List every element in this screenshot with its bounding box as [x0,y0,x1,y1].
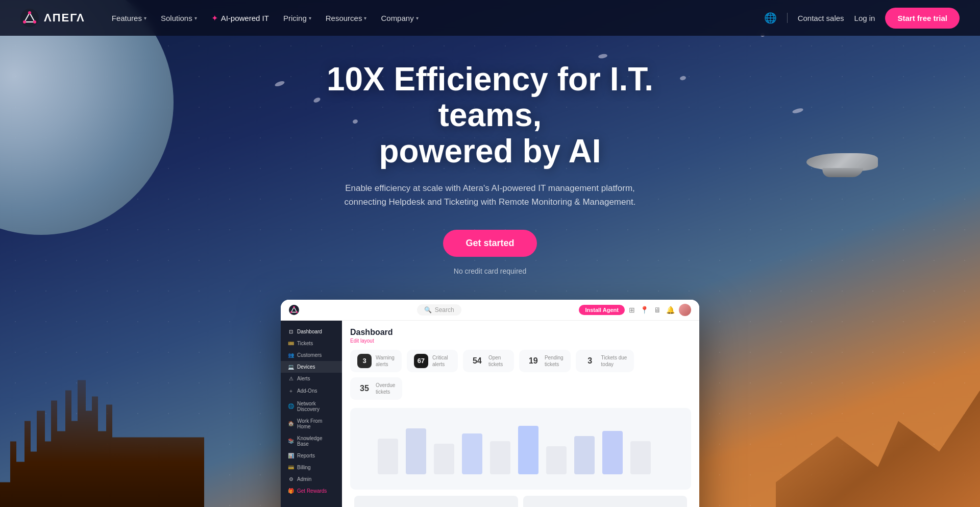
sidebar-item-devices[interactable]: 💻 Devices [281,361,342,373]
dashboard-sidebar: ⊡ Dashboard 🎫 Tickets 👥 Customers 💻 Devi… [281,321,342,507]
chevron-down-icon: ▾ [309,15,311,21]
svg-rect-12 [490,441,510,474]
reports-icon: 📊 [288,453,294,458]
no-cc-text: No credit card required [296,267,684,275]
contact-sales-link[interactable]: Contact sales [798,14,844,22]
sidebar-item-dashboard[interactable]: ⊡ Dashboard [281,326,342,337]
hero-content: 10X Efficiency for I.T. teams, powered b… [286,61,694,275]
start-trial-button[interactable]: Start free trial [885,8,960,29]
knowledge-icon: 📚 [288,438,294,444]
spaceship-decoration [806,153,888,184]
dashboard-chart [350,418,691,479]
svg-rect-17 [630,441,651,474]
hero-title: 10X Efficiency for I.T. teams, powered b… [296,61,684,169]
dashboard-sub-widget-2 [523,496,687,507]
dashboard-body: ⊡ Dashboard 🎫 Tickets 👥 Customers 💻 Devi… [281,321,699,507]
svg-rect-9 [406,428,426,474]
hero-cta-group: Get started No credit card required [296,230,684,275]
flying-ship [792,107,804,114]
svg-point-5 [293,306,295,307]
get-started-button[interactable]: Get started [443,230,536,257]
sidebar-item-billing[interactable]: 💳 Billing [281,462,342,473]
sidebar-item-addons[interactable]: ＋ Add-Ons [281,384,342,398]
city-silhouette [0,340,204,507]
monitor-icon[interactable]: 🖥 [654,306,661,314]
nav-links: Features ▾ Solutions ▾ ✦ AI-powered IT P… [106,10,425,26]
globe-icon[interactable]: 🌐 [764,12,777,24]
admin-icon: ⚙ [288,476,294,482]
stat-overdue-tickets: 35 Overdue tickets [350,377,402,400]
nav-ai[interactable]: ✦ AI-powered IT [205,10,275,26]
grid-icon[interactable]: ⊞ [629,306,635,314]
search-icon: 🔍 [424,306,432,313]
svg-point-1 [28,11,31,14]
flying-ship [274,80,285,87]
overdue-count: 35 [357,381,372,396]
bell-icon[interactable]: 🔔 [666,306,675,314]
chevron-down-icon: ▾ [416,15,419,21]
logo-text: ΛΠEΓΛ [44,11,85,25]
dashboard-bottom-row [350,496,691,507]
svg-rect-13 [518,426,538,474]
dashboard-chart-area [350,408,691,490]
login-button[interactable]: Log in [854,14,875,22]
nav-features[interactable]: Features ▾ [106,11,153,26]
sidebar-item-network-discovery[interactable]: 🌐 Network Discovery [281,398,342,415]
billing-icon: 💳 [288,465,294,470]
atera-logo-icon [20,9,39,27]
nav-pricing[interactable]: Pricing ▾ [277,11,317,26]
tickets-due-count: 3 [583,354,597,368]
logo[interactable]: ΛΠEΓΛ [20,9,85,27]
svg-point-6 [290,311,292,312]
warning-badge: 3 [357,354,372,368]
dashboard-main: Dashboard Edit layout 3 Warning alerts [342,321,699,507]
location-icon[interactable]: 📍 [640,306,649,314]
svg-point-7 [296,311,298,312]
stat-pending-tickets: 19 Pending tickets [519,350,571,372]
nav-company[interactable]: Company ▾ [375,11,424,26]
hero-subtitle: Enable efficiency at scale with Atera's … [337,181,643,209]
tickets-icon: 🎫 [288,341,294,346]
chevron-down-icon: ▾ [364,15,366,21]
alerts-icon: ⚠ [288,376,294,381]
sidebar-item-customers[interactable]: 👥 Customers [281,349,342,361]
svg-rect-10 [434,444,454,474]
dashboard-header: 🔍 Search Install Agent ⊞ 📍 🖥 🔔 [281,300,699,321]
svg-rect-14 [546,446,567,474]
dashboard-search[interactable]: 🔍 Search [417,304,461,316]
open-ticket-count: 54 [470,354,484,368]
stat-critical-alerts: 67 Critical alerts [407,350,458,372]
edit-layout-link[interactable]: Edit layout [350,338,691,344]
tickets-due-label: Tickets due today [601,354,627,368]
sidebar-item-admin[interactable]: ⚙ Admin [281,473,342,485]
nav-solutions[interactable]: Solutions ▾ [155,11,203,26]
nav-resources[interactable]: Resources ▾ [320,11,373,26]
svg-point-3 [33,20,36,23]
network-icon: 🌐 [288,403,294,409]
navbar: ΛΠEΓΛ Features ▾ Solutions ▾ ✦ AI-powere… [0,0,980,36]
install-agent-button[interactable]: Install Agent [579,305,625,315]
addons-icon: ＋ [288,388,294,395]
dashboard-icons: ⊞ 📍 🖥 🔔 [629,306,675,314]
pending-tickets-label: Pending tickets [545,354,564,368]
avatar[interactable] [679,304,691,316]
svg-rect-16 [602,431,623,474]
sidebar-item-knowledge-base[interactable]: 📚 Knowledge Base [281,432,342,450]
sidebar-item-work-from-home[interactable]: 🏠 Work From Home [281,415,342,432]
stats-row: 3 Warning alerts 67 Critical a [350,350,691,400]
open-tickets-label: Open tickets [488,354,503,368]
flying-ship [598,54,608,59]
overdue-label: Overdue tickets [376,382,395,395]
sidebar-item-reports[interactable]: 📊 Reports [281,450,342,462]
home-icon: 🏠 [288,421,294,426]
chevron-down-icon: ▾ [144,15,146,21]
sidebar-item-alerts[interactable]: ⚠ Alerts [281,373,342,384]
sidebar-item-tickets[interactable]: 🎫 Tickets [281,337,342,349]
svg-point-2 [23,20,26,23]
dashboard-logo-icon [289,305,299,315]
dashboard-preview: 🔍 Search Install Agent ⊞ 📍 🖥 🔔 ⊡ [281,300,699,507]
chevron-down-icon: ▾ [194,15,197,21]
stat-warning-alerts: 3 Warning alerts [350,350,402,372]
critical-badge: 67 [414,354,428,368]
sidebar-item-get-rewards[interactable]: 🎁 Get Rewards [281,485,342,497]
